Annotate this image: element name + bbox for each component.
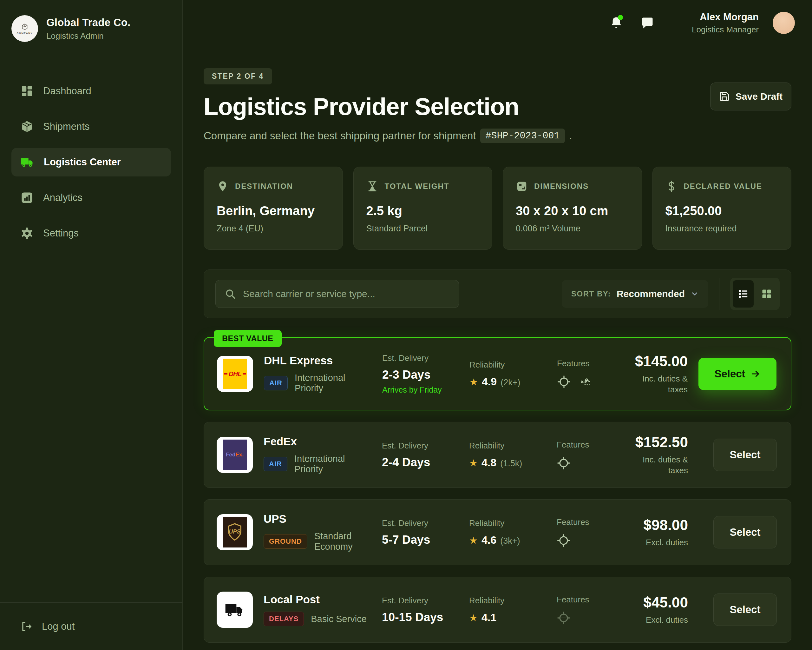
summary-value: 30 x 20 x 10 cm: [516, 204, 629, 218]
avatar[interactable]: [773, 12, 795, 34]
review-count: (1.5k): [500, 459, 522, 468]
map-pin-icon: [217, 180, 229, 192]
package-icon: [20, 120, 34, 133]
save-draft-button[interactable]: Save Draft: [710, 83, 791, 110]
sidebar-item-label: Dashboard: [43, 86, 92, 97]
summary-sub: Standard Parcel: [366, 224, 479, 234]
features-col: Features: [557, 517, 620, 548]
carrier-name: Local Post: [264, 593, 371, 606]
price: $145.00: [631, 353, 688, 370]
mode-badge: DELAYS: [264, 612, 304, 626]
mode-badge: AIR: [264, 376, 288, 390]
save-icon: [719, 91, 730, 102]
features-label: Features: [557, 440, 620, 450]
grid-view-icon: [761, 288, 772, 300]
search-input[interactable]: [243, 289, 450, 299]
price-note: Excl. duties: [631, 615, 688, 626]
select-button-dhl[interactable]: Select: [698, 358, 777, 390]
sidebar-item-logistics-center[interactable]: Logistics Center: [11, 148, 171, 176]
price-note: Inc. duties & taxes: [631, 373, 688, 395]
summary-value: $1,250.00: [665, 204, 779, 218]
cube-icon: [21, 23, 29, 31]
best-value-badge: BEST VALUE: [214, 330, 282, 347]
features-label: Features: [557, 359, 620, 369]
weight-icon: [366, 180, 379, 192]
carrier-info: DHL Express AIR International Priority: [264, 354, 371, 393]
arrow-right-icon: [751, 369, 761, 379]
dimensions-icon: [516, 180, 528, 192]
carrier-card-fedex[interactable]: FedEx. FedEx AIR International Priority …: [204, 422, 791, 488]
features-label: Features: [557, 595, 620, 605]
delivery-col: Est. Delivery 5-7 Days: [382, 518, 458, 546]
subtitle-period: .: [569, 130, 572, 142]
select-button-local-post[interactable]: Select: [713, 593, 777, 626]
price-note: Inc. duties & taxes: [631, 454, 688, 476]
price-col: $45.00 Excl. duties: [631, 594, 688, 626]
mode-badge: GROUND: [264, 534, 307, 549]
carrier-name: FedEx: [264, 435, 371, 448]
shipment-code: #SHP-2023-001: [480, 128, 565, 143]
sort-label: SORT BY:: [571, 289, 611, 298]
truck-icon: [20, 155, 34, 169]
list-view-button[interactable]: [733, 280, 754, 307]
select-button-ups[interactable]: Select: [713, 516, 777, 548]
delivery-value: 5-7 Days: [382, 533, 458, 546]
brand: COMPANY Global Trade Co. Logistics Admin: [11, 15, 171, 42]
chevron-down-icon: [690, 290, 699, 298]
summary-sub: Zone 4 (EU): [217, 224, 330, 234]
select-button-fedex[interactable]: Select: [713, 439, 777, 471]
delivery-value: 2-3 Days: [382, 368, 459, 381]
dashboard-icon: [20, 84, 34, 98]
summary-value: 2.5 kg: [366, 204, 479, 218]
price-col: $98.00 Excl. duties: [631, 516, 688, 548]
main-area: Alex Morgan Logistics Manager STEP 2 OF …: [183, 0, 812, 650]
tracking-icon: [557, 375, 571, 389]
features-col: Features: [557, 595, 620, 625]
carrier-card-local-post[interactable]: Local Post DELAYS Basic Service Est. Del…: [204, 577, 791, 643]
mode-badge: AIR: [264, 457, 287, 471]
logout-button[interactable]: Log out: [0, 603, 182, 650]
signature-icon: [579, 375, 592, 388]
summary-card-dimensions: DIMENSIONS 30 x 20 x 10 cm 0.006 m³ Volu…: [503, 167, 642, 250]
tracking-icon: [557, 534, 571, 548]
sidebar-item-analytics[interactable]: Analytics: [11, 184, 171, 212]
user-info: Alex Morgan Logistics Manager: [692, 11, 759, 35]
subtitle-text: Compare and select the best shipping par…: [204, 130, 476, 142]
sidebar-item-label: Shipments: [43, 121, 89, 132]
carrier-card-dhl[interactable]: BEST VALUE DHL DHL Express AIR Internati…: [204, 337, 791, 410]
carrier-card-ups[interactable]: UPS UPS GROUND Standard Economy Est. Del…: [204, 499, 791, 565]
search-icon: [224, 288, 236, 300]
sidebar-item-settings[interactable]: Settings: [11, 219, 171, 248]
svg-text:UPS: UPS: [229, 528, 240, 535]
summary-label: DESTINATION: [235, 182, 293, 191]
view-toggle: [730, 278, 780, 310]
summary-card-weight: TOTAL WEIGHT 2.5 kg Standard Parcel: [353, 167, 493, 250]
messages-button[interactable]: [639, 14, 656, 31]
reliability-label: Reliability: [469, 518, 546, 528]
reliability-col: Reliability ★ 4.1: [469, 596, 546, 624]
save-draft-label: Save Draft: [736, 91, 783, 102]
carrier-list: BEST VALUE DHL DHL Express AIR Internati…: [204, 337, 791, 643]
rating-value: 4.8: [481, 456, 496, 469]
shipment-summary: DESTINATION Berlin, Germany Zone 4 (EU) …: [204, 167, 791, 250]
sidebar-item-dashboard[interactable]: Dashboard: [11, 77, 171, 106]
page-subtitle: Compare and select the best shipping par…: [204, 128, 791, 143]
sort-dropdown[interactable]: SORT BY: Recommended: [562, 280, 708, 308]
grid-view-button[interactable]: [756, 280, 777, 307]
service-name: International Priority: [295, 373, 371, 393]
gear-icon: [20, 226, 34, 240]
sidebar-item-shipments[interactable]: Shipments: [11, 112, 171, 141]
top-bar: Alex Morgan Logistics Manager: [183, 0, 812, 46]
logout-label: Log out: [42, 621, 75, 632]
topbar-divider: [674, 11, 674, 34]
search-box[interactable]: [215, 280, 459, 308]
features-col: Features: [557, 359, 620, 389]
delivery-value: 2-4 Days: [382, 456, 458, 469]
star-icon: ★: [469, 376, 478, 387]
price: $45.00: [631, 594, 688, 611]
price: $98.00: [631, 516, 688, 534]
chat-icon: [640, 16, 654, 30]
notifications-button[interactable]: [608, 14, 625, 31]
service-name: International Priority: [295, 454, 371, 474]
page-title: Logistics Provider Selection: [204, 93, 791, 120]
